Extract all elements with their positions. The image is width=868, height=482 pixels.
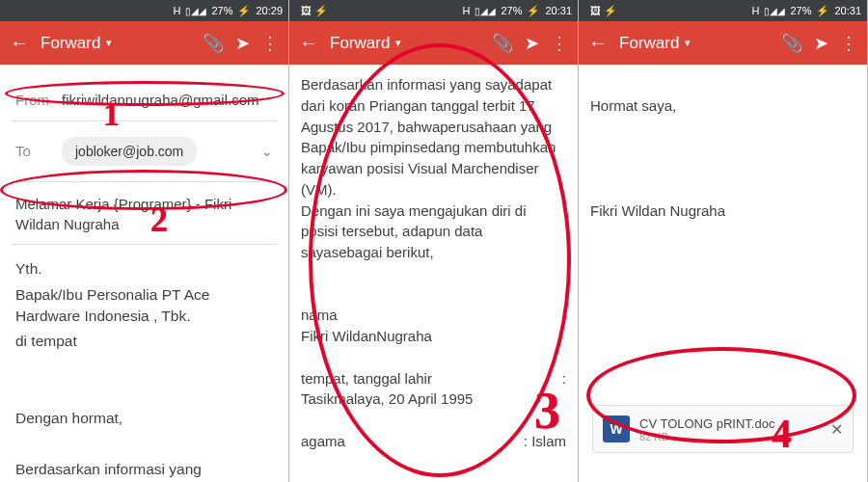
signal-icons: ▯◢◢ — [185, 6, 206, 16]
back-arrow-icon[interactable]: ← — [588, 32, 608, 54]
to-row[interactable]: To jobloker@job.com ⌄ — [12, 127, 277, 175]
send-icon[interactable]: ➤ — [235, 33, 250, 54]
recipient-chip[interactable]: jobloker@job.com — [62, 137, 197, 166]
closing-salutation: Hormat saya, — [590, 95, 855, 117]
screen-2-body: 🖼 ⚡ H ▯◢◢ 27% ⚡ 20:31 ← Forward ▾ 📎 ➤ ⋮ … — [289, 0, 579, 482]
status-bar: 🖼 ⚡ H ▯◢◢ 27% ⚡ 20:31 — [579, 0, 867, 21]
app-toolbar: ← Forward ▾ 📎 ➤ ⋮ — [289, 21, 578, 65]
charging-icon: ⚡ — [237, 5, 251, 17]
field-row: nama : — [301, 305, 566, 326]
attach-icon[interactable]: 📎 — [781, 33, 802, 54]
attach-icon[interactable]: 📎 — [203, 33, 224, 54]
battery-percent: 27% — [501, 5, 522, 16]
forward-dropdown[interactable]: Forward ▾ — [619, 34, 770, 53]
colon: : — [562, 305, 566, 326]
body-line: Dengan hormat, — [15, 408, 273, 429]
status-indicator: H — [173, 5, 180, 16]
to-label: To — [15, 141, 62, 162]
status-left-icons: 🖼 ⚡ — [301, 5, 328, 17]
email-body[interactable]: Berdasarkan informasi yang sayadapat dar… — [289, 65, 578, 482]
status-time: 20:29 — [256, 5, 283, 16]
body-line: Bapak/Ibu Personalia PT Ace Hardware Ind… — [15, 284, 273, 328]
charging-icon: ⚡ — [816, 5, 829, 17]
app-toolbar: ← Forward ▾ 📎 ➤ ⋮ — [579, 21, 867, 65]
toolbar-title: Forward — [41, 34, 100, 53]
body-line: di tempat — [15, 331, 273, 352]
caret-down-icon: ▾ — [106, 37, 112, 49]
expand-recipients-icon[interactable]: ⌄ — [261, 142, 273, 161]
status-time: 20:31 — [545, 5, 572, 16]
body-line — [15, 433, 273, 454]
remove-attachment-icon[interactable]: ✕ — [830, 420, 843, 439]
toolbar-title: Forward — [619, 34, 679, 53]
status-left-icons: 🖼 ⚡ — [590, 5, 617, 17]
signal-icons: ▯◢◢ — [764, 6, 785, 16]
overflow-menu-icon[interactable]: ⋮ — [840, 33, 857, 54]
forward-dropdown[interactable]: Forward ▾ — [330, 34, 480, 53]
subject-field[interactable]: Melamar Kerja {Programer} - Fikri Wildan… — [12, 181, 277, 245]
caret-down-icon: ▾ — [685, 37, 691, 49]
screen-3-attachment: 🖼 ⚡ H ▯◢◢ 27% ⚡ 20:31 ← Forward ▾ 📎 ➤ ⋮ … — [579, 0, 868, 482]
caret-down-icon: ▾ — [395, 37, 401, 49]
email-body[interactable]: Yth. Bapak/Ibu Personalia PT Ace Hardwar… — [12, 245, 277, 482]
name-label: nama — [301, 307, 338, 323]
compose-content: From fikriwildannugraha@gmail.com To job… — [0, 65, 288, 482]
status-bar: H ▯◢◢ 27% ⚡ 20:29 — [0, 0, 288, 21]
religion-value: : Islam — [524, 431, 566, 452]
status-bar: 🖼 ⚡ H ▯◢◢ 27% ⚡ 20:31 — [289, 0, 578, 21]
birth-value: Tasikmalaya, 20 April 1995 — [301, 388, 566, 410]
attach-icon[interactable]: 📎 — [492, 33, 513, 54]
body-line: Berdasarkan informasi yang sayadapat dar… — [15, 459, 273, 482]
body-line — [15, 357, 273, 378]
signature-name: Fikri Wildan Nugraha — [590, 201, 855, 222]
app-toolbar: ← Forward ▾ 📎 ➤ ⋮ — [0, 21, 288, 65]
attachment-card[interactable]: W CV TOLONG pRINT.doc 82 KB ✕ — [592, 405, 854, 453]
battery-percent: 27% — [790, 5, 811, 16]
back-arrow-icon[interactable]: ← — [10, 32, 29, 54]
status-indicator: H — [462, 5, 470, 16]
attachment-info: CV TOLONG pRINT.doc 82 KB — [639, 416, 821, 442]
body-line: Yth. — [15, 258, 273, 280]
battery-percent: 27% — [211, 5, 232, 16]
send-icon[interactable]: ➤ — [525, 33, 539, 54]
body-paragraph: Berdasarkan informasi yang sayadapat dar… — [301, 74, 566, 201]
colon: : — [562, 368, 566, 389]
toolbar-title: Forward — [330, 34, 390, 53]
name-value: Fikri WildanNugraha — [301, 326, 566, 347]
field-row: tempat, tanggal lahir : — [301, 368, 566, 389]
screen-1-compose: H ▯◢◢ 27% ⚡ 20:29 ← Forward ▾ 📎 ➤ ⋮ From… — [0, 0, 289, 482]
body-line — [15, 382, 273, 403]
from-value: fikriwildannugraha@gmail.com — [62, 90, 258, 111]
birth-label: tempat, tanggal lahir — [301, 370, 432, 387]
back-arrow-icon[interactable]: ← — [299, 32, 318, 54]
signal-icons: ▯◢◢ — [475, 6, 496, 16]
body-paragraph: Dengan ini saya mengajukan diri di posis… — [301, 201, 566, 263]
status-indicator: H — [751, 5, 759, 16]
attachment-size: 82 KB — [639, 431, 821, 442]
status-time: 20:31 — [834, 5, 861, 16]
from-row[interactable]: From fikriwildannugraha@gmail.com — [12, 80, 277, 121]
from-label: From — [15, 90, 62, 111]
charging-icon: ⚡ — [527, 5, 540, 17]
religion-label: agama — [301, 433, 345, 449]
send-icon[interactable]: ➤ — [814, 33, 828, 54]
overflow-menu-icon[interactable]: ⋮ — [261, 33, 279, 54]
forward-dropdown[interactable]: Forward ▾ — [41, 34, 191, 53]
attachment-filename: CV TOLONG pRINT.doc — [639, 416, 821, 431]
overflow-menu-icon[interactable]: ⋮ — [551, 33, 568, 54]
word-doc-icon: W — [603, 415, 630, 442]
field-row: agama : Islam — [301, 431, 566, 452]
